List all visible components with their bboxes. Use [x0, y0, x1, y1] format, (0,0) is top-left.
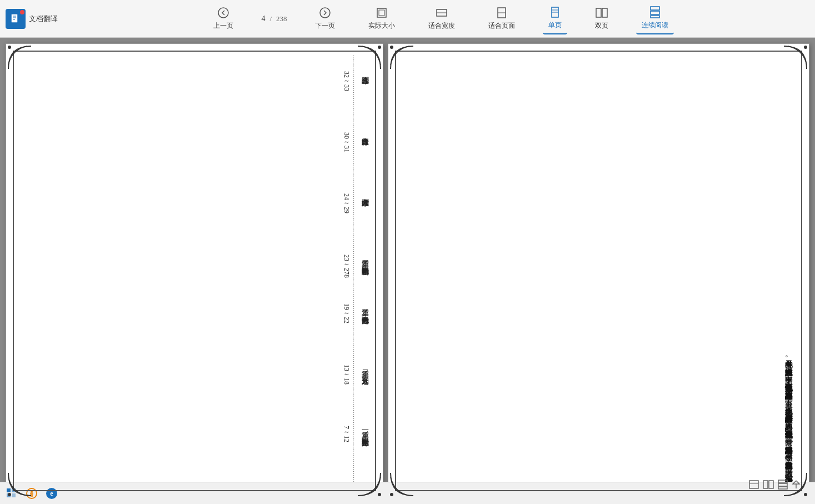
fit-page-label: 适合页面	[488, 21, 515, 31]
double-page-btn[interactable]: 双页	[589, 3, 614, 34]
right-page: 男氣色大全 入探討鑽研及印證。作者為就能讓初學愛好者詳知。均以詳圖習 易學易懂。…	[388, 43, 809, 498]
continuous-label: 连续阅读	[642, 21, 668, 30]
right-para-4: 讀者若有細心鑽研。小心印證周邊的人。任何疑雜症均可攷	[399, 409, 798, 425]
toolbar: 文档翻译 上一页 4 / 238 下一页	[0, 0, 815, 38]
left-page: 目錄 第一章／五方相生相剋聯繫圖 ………………………… 7～12 第二章／五形人…	[6, 43, 383, 498]
corner-tl-decoration	[7, 45, 32, 70]
bottom-icon-2[interactable]	[763, 480, 774, 490]
actual-size-btn[interactable]: 实际大小	[363, 3, 401, 34]
single-page-btn[interactable]: 单页	[543, 3, 567, 34]
page-nav: 4 / 238	[261, 14, 287, 23]
page-sep: /	[269, 14, 272, 23]
toc-entry-7: 金木黃潤枯黃 ………………………… 34～35	[17, 55, 372, 71]
right-corner-tl	[389, 45, 414, 70]
page-current[interactable]: 4	[261, 14, 265, 23]
right-para-3: 為符合現代潮流。時空背景。均迴避字句深奧之理論編著。	[399, 425, 798, 448]
main-content: 目錄 第一章／五方相生相剋聯繫圖 ………………………… 7～12 第二章／五形人…	[0, 38, 815, 504]
right-corner-bl	[389, 472, 414, 497]
svg-rect-31	[769, 481, 773, 488]
toc-entry-2: 第三章／十二宮觀看氣色方法 ………………………… 19～22	[17, 303, 372, 365]
toc-entry-1: 第二章／五形人之分別 ………………………… 13～18	[17, 365, 372, 426]
right-para-6: 有成。事事順暢之。面色即可分曉氣色之重要性。本書歷經一尾	[399, 362, 798, 386]
taskbar-item-3[interactable]: e	[43, 485, 61, 502]
fit-page-btn[interactable]: 适合页面	[483, 3, 521, 34]
prev-label: 上一页	[213, 21, 233, 31]
svg-rect-16	[602, 8, 607, 17]
corner-br-decoration	[357, 472, 382, 497]
svg-point-5	[320, 8, 330, 18]
toc-entry-6: 金木紅潤赤紅 ………………………… 32～33	[17, 71, 372, 132]
right-para-7: 失。尚請同道先進指教	[399, 355, 798, 362]
toc-entry-0: 第一章／五方相生相剋聯繫圖 ………………………… 7～12	[17, 426, 372, 487]
svg-text:e: e	[50, 490, 53, 497]
continuous-btn[interactable]: 连续阅读	[636, 3, 674, 34]
toolbar-center: 上一页 4 / 238 下一页 实际大小	[72, 3, 809, 34]
actual-size-label: 实际大小	[368, 21, 395, 31]
toc-entry-5: 金木青紅白濃 ………………………… 30～31	[17, 132, 372, 193]
svg-point-21	[378, 46, 381, 49]
doc-icon	[6, 9, 26, 29]
svg-point-22	[8, 493, 11, 496]
toc-entry-4: 金木紅白紫潤 ………………………… 24～29	[17, 193, 372, 255]
fit-width-label: 适合宽度	[428, 21, 455, 31]
bottom-right-icons	[748, 480, 801, 490]
svg-point-24	[390, 46, 393, 49]
svg-point-27	[804, 493, 807, 496]
svg-rect-18	[651, 11, 659, 14]
svg-rect-28	[749, 481, 758, 488]
translate-label[interactable]: 文档翻译	[29, 14, 58, 24]
right-para-2: 易學易懂。古書均以文字表示且字句深奧。讀者難以入門。作者	[399, 448, 798, 471]
fit-width-btn[interactable]: 适合宽度	[423, 3, 461, 34]
page-total: 238	[276, 14, 287, 23]
svg-point-4	[218, 8, 228, 18]
svg-point-20	[8, 46, 11, 49]
svg-rect-17	[651, 7, 659, 10]
svg-rect-15	[596, 8, 601, 17]
right-para-5: 心印證事業失敗。高官下台。終生一事無成之面色。再分辨權否	[399, 386, 798, 409]
bottom-icon-4[interactable]	[792, 480, 801, 490]
right-page-content: 男氣色大全 入探討鑽研及印證。作者為就能讓初學愛好者詳知。均以詳圖習 易學易懂。…	[388, 44, 809, 498]
right-text-area: 男氣色大全 入探討鑽研及印證。作者為就能讓初學愛好者詳知。均以詳圖習 易學易懂。…	[399, 55, 798, 487]
next-label: 下一页	[315, 21, 335, 31]
svg-point-23	[378, 493, 381, 496]
corner-tr-decoration	[357, 45, 382, 70]
right-corner-tr	[783, 45, 808, 70]
svg-rect-19	[651, 16, 659, 18]
prev-btn[interactable]: 上一页	[208, 3, 239, 34]
toc-entry-3: 第四章／十二宮辨識氣色聯繫圖 …………………… 23～278	[17, 255, 372, 303]
single-page-label: 单页	[548, 21, 562, 30]
svg-rect-30	[763, 481, 768, 488]
bottom-icon-1[interactable]	[748, 480, 759, 490]
svg-point-26	[390, 493, 393, 496]
bottom-icon-3[interactable]	[777, 480, 788, 490]
next-btn[interactable]: 下一页	[309, 3, 341, 34]
svg-rect-34	[778, 487, 787, 489]
toc-area: 目錄 第一章／五方相生相剋聯繫圖 ………………………… 7～12 第二章／五形人…	[17, 55, 372, 487]
svg-point-25	[804, 46, 807, 49]
left-page-content: 目錄 第一章／五方相生相剋聯繫圖 ………………………… 7～12 第二章／五形人…	[6, 44, 383, 498]
svg-rect-0	[11, 14, 18, 23]
svg-rect-6	[377, 8, 386, 17]
svg-rect-33	[778, 483, 787, 486]
corner-bl-decoration	[7, 472, 32, 497]
toolbar-left: 文档翻译	[6, 9, 72, 29]
svg-rect-32	[778, 480, 787, 483]
double-page-label: 双页	[595, 21, 608, 31]
svg-rect-7	[379, 10, 384, 16]
